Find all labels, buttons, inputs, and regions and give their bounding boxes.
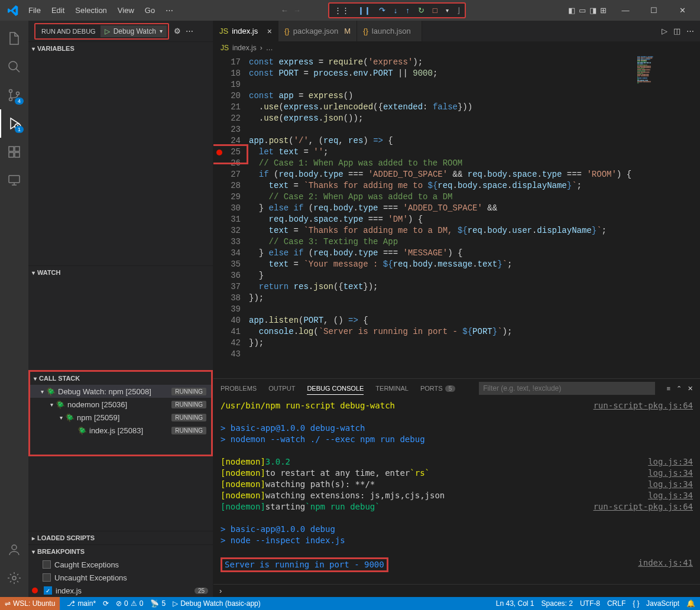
- callstack-row[interactable]: ▾🪲nodemon [25036]RUNNING: [30, 398, 211, 411]
- debug-pause-icon[interactable]: ❙❙: [357, 5, 372, 16]
- callstack-row[interactable]: ▾🪲Debug Watch: npm [25008]RUNNING: [30, 385, 211, 398]
- breakpoint-dot-icon[interactable]: [216, 150, 222, 155]
- source-link[interactable]: log.js:34: [648, 456, 693, 468]
- layout-primary-icon[interactable]: ◧: [568, 6, 575, 15]
- variables-body: [28, 55, 213, 265]
- debug-restart-icon[interactable]: ↻: [417, 5, 426, 16]
- panel-clear-icon[interactable]: ≡: [667, 385, 670, 392]
- debug-more-icon[interactable]: ⋯: [186, 27, 193, 35]
- section-breakpoints-header[interactable]: ▾BREAKPOINTS: [28, 545, 213, 558]
- source-link[interactable]: log.js:34: [648, 468, 693, 479]
- debug-step-into-icon[interactable]: ↓: [393, 5, 399, 16]
- menu-view[interactable]: View: [113, 4, 139, 17]
- status-errors[interactable]: ⊘0 ⚠0: [116, 599, 143, 608]
- status-debug[interactable]: ▷Debug Watch (basic-app): [173, 599, 261, 608]
- status-encoding[interactable]: UTF-8: [580, 599, 600, 608]
- activity-debug-icon[interactable]: 1: [0, 109, 28, 138]
- nav-forward-icon[interactable]: →: [293, 6, 301, 15]
- section-watch-header[interactable]: ▾WATCH: [28, 266, 213, 279]
- debug-run-icon: ▷: [173, 599, 178, 608]
- panel-collapse-icon[interactable]: ⌃: [676, 385, 682, 392]
- watch-body: [28, 279, 213, 370]
- tab-actions-more-icon[interactable]: ⋯: [686, 27, 694, 35]
- callstack-row[interactable]: ▾🪲npm [25059]RUNNING: [30, 411, 211, 424]
- layout-secondary-icon[interactable]: ◨: [589, 6, 597, 15]
- status-lncol[interactable]: Ln 43, Col 1: [496, 599, 534, 608]
- window-close-icon[interactable]: ✕: [669, 1, 695, 21]
- sidebar: RUN AND DEBUG ▷ Debug Watch ▾ ⚙ ⋯ ▾VARIA…: [28, 21, 213, 597]
- status-notifications-icon[interactable]: 🔔: [686, 599, 695, 608]
- activity-settings-icon[interactable]: [0, 564, 28, 592]
- menu-more[interactable]: ⋯: [161, 4, 178, 17]
- section-callstack-header[interactable]: ▾CALL STACK: [30, 372, 211, 385]
- status-lang[interactable]: { } JavaScript: [633, 599, 679, 608]
- activity-explorer-icon[interactable]: [0, 24, 28, 53]
- source-link[interactable]: log.js:34: [648, 490, 693, 501]
- activity-search-icon[interactable]: [0, 53, 28, 81]
- section-loadedscripts-header[interactable]: ▸LOADED SCRIPTS: [28, 531, 213, 544]
- tab-package-json[interactable]: {}package.jsonM: [278, 21, 357, 41]
- panel-tab-debug-console[interactable]: DEBUG CONSOLE: [307, 382, 364, 395]
- tab-actions-play-icon[interactable]: ▷: [662, 27, 667, 35]
- callstack-label: Debug Watch: npm [25008]: [58, 387, 151, 396]
- bp-uncaught[interactable]: Uncaught Exceptions: [28, 571, 213, 584]
- debug-extra-icon[interactable]: ⌋: [456, 5, 461, 16]
- status-sync[interactable]: ⟳: [103, 599, 109, 608]
- breadcrumb[interactable]: JS index.js › …: [213, 41, 700, 54]
- nav-back-icon[interactable]: ←: [281, 6, 289, 15]
- section-variables-header[interactable]: ▾VARIABLES: [28, 42, 213, 55]
- panel-close-icon[interactable]: ✕: [688, 385, 693, 392]
- activity-source-control-icon[interactable]: 4: [0, 81, 28, 109]
- menu-edit[interactable]: Edit: [47, 4, 69, 17]
- run-debug-title: RUN AND DEBUG: [37, 28, 101, 35]
- tab-index-js[interactable]: JSindex.js×: [213, 21, 278, 41]
- source-link[interactable]: index.js:41: [638, 557, 693, 572]
- menu-file[interactable]: File: [24, 4, 46, 17]
- status-spaces[interactable]: Spaces: 2: [542, 599, 573, 608]
- tab-launch-json[interactable]: {}launch.json: [357, 21, 422, 41]
- bp-file[interactable]: ✓index.js25: [28, 584, 213, 597]
- branch-icon: ⎇: [67, 599, 75, 608]
- code-editor[interactable]: 1718192021222324252627282930313233343536…: [213, 54, 700, 378]
- debug-drag-icon[interactable]: ⋮⋮: [333, 5, 351, 16]
- layout-panel-icon[interactable]: ▭: [579, 6, 586, 15]
- debug-filter-input[interactable]: [479, 382, 654, 395]
- svg-rect-7: [15, 152, 20, 157]
- debug-stop-icon[interactable]: □: [432, 5, 439, 16]
- svg-rect-9: [9, 176, 20, 183]
- status-branch[interactable]: ⎇main*: [67, 599, 96, 608]
- activity-remote-icon[interactable]: [0, 166, 28, 194]
- tab-actions-split-icon[interactable]: ◫: [673, 27, 680, 35]
- callstack-row[interactable]: 🪲index.js [25083]RUNNING: [30, 424, 211, 437]
- js-icon: JS: [219, 27, 228, 35]
- menu-selection[interactable]: Selection: [70, 4, 111, 17]
- status-remote[interactable]: ⇌WSL: Ubuntu: [0, 597, 60, 610]
- debug-settings-icon[interactable]: ⚙: [174, 27, 181, 35]
- bp-caught[interactable]: Caught Exceptions: [28, 558, 213, 571]
- source-link[interactable]: run-script-pkg.js:64: [593, 501, 693, 512]
- debug-config-chevron-icon[interactable]: ▾: [445, 6, 450, 15]
- status-ports[interactable]: 📡5: [150, 599, 166, 608]
- panel-tab-ports[interactable]: PORTS5: [420, 382, 455, 394]
- debug-console-output[interactable]: /usr/bin/npm run-script debug-watchrun-s…: [213, 398, 700, 584]
- debug-step-over-icon[interactable]: ↷: [378, 5, 387, 16]
- layout-customize-icon[interactable]: ⊞: [600, 6, 607, 15]
- debug-config-selector[interactable]: ▷ Debug Watch ▾: [101, 25, 167, 37]
- minimap[interactable]: ████ ███████ █ ███████████ ████ █ ██████…: [635, 54, 700, 378]
- panel-tab-terminal[interactable]: TERMINAL: [375, 382, 409, 394]
- panel-tab-problems[interactable]: PROBLEMS: [221, 382, 257, 394]
- svg-point-3: [17, 92, 20, 95]
- debug-step-out-icon[interactable]: ↑: [404, 5, 411, 16]
- svg-point-0: [9, 61, 17, 70]
- panel-tab-output[interactable]: OUTPUT: [268, 382, 295, 394]
- status-eol[interactable]: CRLF: [607, 599, 626, 608]
- window-maximize-icon[interactable]: ☐: [641, 1, 667, 21]
- source-link[interactable]: log.js:34: [648, 479, 693, 490]
- close-icon[interactable]: ×: [267, 27, 272, 36]
- menu-go[interactable]: Go: [140, 4, 160, 17]
- source-link[interactable]: run-script-pkg.js:64: [593, 400, 693, 411]
- window-minimize-icon[interactable]: —: [612, 1, 639, 21]
- activity-extensions-icon[interactable]: [0, 138, 28, 166]
- activity-account-icon[interactable]: [0, 536, 28, 564]
- debug-console-input[interactable]: ›: [213, 584, 700, 597]
